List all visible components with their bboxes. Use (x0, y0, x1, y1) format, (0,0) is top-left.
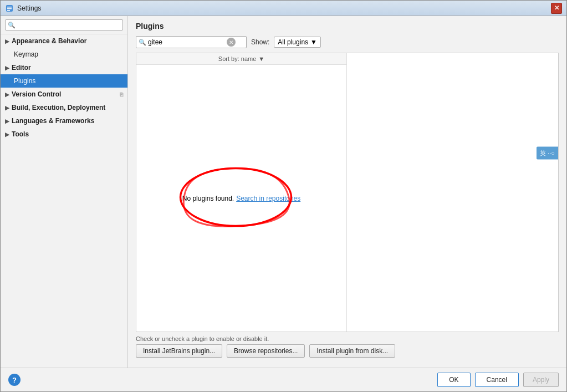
clear-search-button[interactable]: ✕ (227, 38, 236, 47)
sort-label: Sort by: name (218, 55, 256, 62)
plugin-search-wrap[interactable]: 🔍 ✕ (136, 36, 247, 48)
footer-right: OK Cancel Apply (437, 373, 559, 387)
help-button[interactable]: ? (8, 374, 21, 386)
no-plugins-label: No plugins found. (182, 195, 234, 202)
apply-button[interactable]: Apply (523, 373, 559, 387)
panel-title: Plugins (136, 22, 559, 30)
svg-rect-1 (7, 7, 12, 8)
plugin-search-icon: 🔍 (139, 39, 146, 46)
sidebar-item-plugins[interactable]: Plugins (1, 74, 127, 88)
sidebar-item-appearance-behavior[interactable]: ▶ Appearance & Behavior (1, 34, 127, 48)
arrow-icon: ▶ (5, 65, 9, 71)
sidebar-item-languages[interactable]: ▶ Languages & Frameworks (1, 114, 127, 128)
settings-window: Settings ✕ 🔍 ▶ Appearance & Behavior Key… (0, 0, 567, 392)
sidebar-item-keymap[interactable]: Keymap (1, 48, 127, 61)
sidebar-search-icon: 🔍 (8, 22, 16, 29)
arrow-icon: ▶ (5, 118, 9, 124)
main-panel: Plugins 🔍 ✕ Show: All plugins ▼ Sor (128, 16, 566, 368)
lang-indicator: 英 ··○ (537, 147, 558, 160)
sidebar-item-editor[interactable]: ▶ Editor (1, 61, 127, 74)
browse-repositories-button[interactable]: Browse repositories... (227, 344, 305, 358)
cancel-button[interactable]: Cancel (475, 373, 519, 387)
footer-left: ? (8, 374, 21, 386)
dropdown-arrow-icon: ▼ (310, 38, 317, 46)
bottom-hint: Check or uncheck a plugin to enable or d… (136, 332, 559, 344)
arrow-icon: ▶ (5, 105, 9, 111)
sidebar-search-input[interactable] (17, 21, 120, 29)
titlebar: Settings ✕ (1, 1, 566, 16)
no-plugins-wrapper: No plugins found. Search in repositories… (136, 65, 346, 332)
show-dropdown[interactable]: All plugins ▼ (274, 37, 321, 48)
sidebar-item-version-control[interactable]: ▶ Version Control ⎘ (1, 88, 127, 101)
show-label: Show: (251, 38, 269, 46)
search-in-repositories-link[interactable]: Search in repositories (236, 195, 300, 202)
show-selected: All plugins (278, 38, 308, 46)
arrow-icon: ▶ (5, 91, 9, 98)
install-jetbrains-button[interactable]: Install JetBrains plugin... (136, 344, 222, 358)
arrow-icon: ▶ (5, 131, 9, 138)
sidebar-search-box: 🔍 (1, 16, 127, 34)
svg-rect-2 (7, 8, 12, 9)
sort-arrow-icon: ▼ (258, 55, 264, 62)
sidebar: 🔍 ▶ Appearance & Behavior Keymap ▶ Edito… (1, 16, 128, 368)
bottom-buttons: Install JetBrains plugin... Browse repos… (136, 344, 559, 362)
plugin-list-left: Sort by: name ▼ No plugins found. Search (136, 53, 347, 332)
svg-rect-3 (7, 10, 10, 11)
window-title: Settings (17, 4, 551, 12)
sidebar-item-build-execution[interactable]: ▶ Build, Execution, Deployment (1, 101, 127, 114)
ok-button[interactable]: OK (437, 373, 470, 387)
app-icon (5, 4, 14, 13)
close-button[interactable]: ✕ (551, 3, 562, 14)
plugin-list-area: Sort by: name ▼ No plugins found. Search (136, 53, 559, 332)
copy-icon: ⎘ (120, 91, 123, 98)
plugin-search-input[interactable] (148, 38, 226, 46)
arrow-icon: ▶ (5, 38, 9, 44)
sidebar-search-wrap[interactable]: 🔍 (5, 19, 123, 30)
sort-bar: Sort by: name ▼ (136, 53, 346, 65)
plugin-search-bar: 🔍 ✕ Show: All plugins ▼ (136, 36, 559, 48)
content-area: 🔍 ▶ Appearance & Behavior Keymap ▶ Edito… (1, 16, 566, 368)
install-from-disk-button[interactable]: Install plugin from disk... (309, 344, 395, 358)
sidebar-item-tools[interactable]: ▶ Tools (1, 128, 127, 141)
no-plugins-text: No plugins found. Search in repositories (182, 195, 300, 202)
plugin-detail-right (347, 53, 558, 332)
footer: ? OK Cancel Apply (1, 368, 566, 391)
